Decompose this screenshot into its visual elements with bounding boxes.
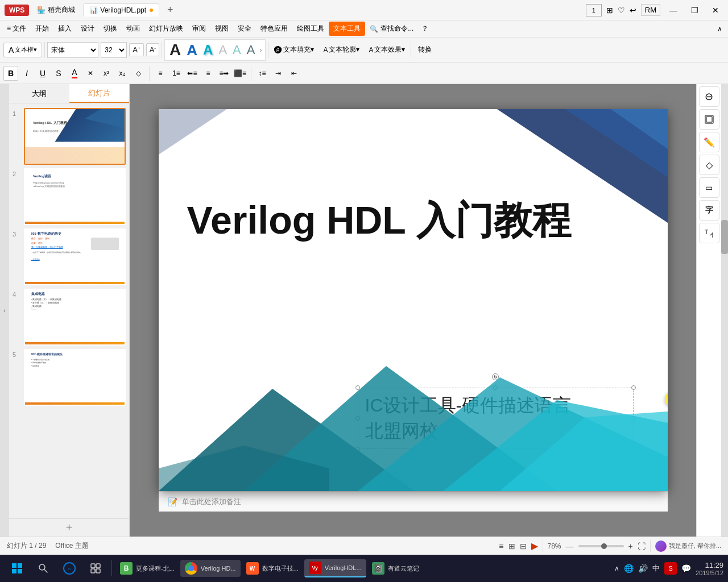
maximize-btn[interactable]: ❐ — [686, 5, 703, 16]
menu-collapse[interactable]: ∧ — [714, 23, 726, 35]
view-icon-btn[interactable]: ⊞ — [508, 542, 515, 551]
bullet-list-btn[interactable]: ≡ — [153, 66, 168, 81]
slide-item-5[interactable]: 5 002-硬件描述语言的诞生 • 一种像程序设计语言的• 用来描述数字电路• … — [13, 349, 126, 406]
font-size-select[interactable]: 32 — [101, 42, 127, 58]
rt-char-btn[interactable]: 字 — [699, 200, 719, 221]
slide-thumb-1[interactable]: Verilog HDL 入门教程 IC设计工具-硬件描述语言 — [24, 108, 126, 165]
menu-security[interactable]: 安全 — [233, 22, 256, 36]
taskbar-taskview-icon[interactable] — [83, 556, 108, 581]
view-list-btn[interactable]: ≡ — [499, 542, 503, 551]
align-right-btn[interactable]: ≡➡ — [217, 66, 231, 81]
underline-btn[interactable]: U — [35, 66, 50, 81]
rt-layers-btn[interactable] — [699, 109, 719, 130]
menu-review[interactable]: 审阅 — [188, 22, 210, 36]
tray-antivirus-icon[interactable]: S — [664, 562, 677, 575]
doc-tab[interactable]: 📊 VerilogHDL.ppt — [83, 3, 159, 16]
font-shrink-btn[interactable]: A- — [146, 43, 159, 56]
align-center-btn[interactable]: ≡ — [201, 66, 216, 81]
text-styles-scroll-right[interactable]: › — [258, 46, 263, 54]
line-spacing-btn[interactable]: ↕≡ — [255, 66, 270, 81]
rt-transform-btn[interactable]: T — [699, 223, 719, 243]
justify-btn[interactable]: ⬛≡ — [233, 66, 247, 81]
minimize-btn[interactable]: — — [665, 5, 682, 16]
text-effect-btn[interactable]: A 文本效果▾ — [365, 43, 408, 56]
zoom-slider[interactable] — [578, 545, 624, 547]
font-grow-btn[interactable]: A+ — [129, 43, 143, 56]
v-scrollbar[interactable] — [721, 84, 728, 537]
menu-text-tools[interactable]: 文本工具 — [329, 22, 365, 36]
tab-outline[interactable]: 大纲 — [9, 84, 69, 103]
view-split-btn[interactable]: ⊟ — [520, 542, 527, 551]
menu-design[interactable]: 设计 — [76, 22, 99, 36]
superscript-btn[interactable]: x² — [99, 66, 114, 81]
topbar-icon2[interactable]: ♡ — [618, 6, 625, 15]
wps-logo-btn[interactable]: WPS — [5, 5, 29, 16]
rt-shape-btn[interactable]: ◇ — [699, 155, 719, 175]
rt-minus-btn[interactable]: ⊖ — [699, 86, 719, 107]
tray-time-date[interactable]: 11:29 2019/5/12 — [696, 561, 723, 576]
assistant-btn[interactable]: 我是墨仔, 帮你排... — [655, 541, 721, 552]
topbar-icon3[interactable]: ↩ — [630, 6, 636, 15]
start-button[interactable] — [5, 556, 30, 581]
strikethrough-btn[interactable]: S — [51, 66, 66, 81]
tray-lang[interactable]: 中 — [652, 563, 660, 573]
bold-btn[interactable]: B — [3, 66, 18, 81]
zoom-minus-btn[interactable]: — — [566, 542, 574, 551]
fullscreen-btn[interactable]: ⛶ — [638, 542, 646, 551]
taskbar-app-3[interactable]: W 数字电子技... — [242, 560, 303, 577]
text-style-dark[interactable]: A — [245, 44, 258, 56]
store-tab[interactable]: 🏪 稻壳商城 — [31, 3, 81, 17]
menu-search[interactable]: 🔍查找命令... — [365, 22, 418, 36]
outdent-btn[interactable]: ⇤ — [287, 66, 301, 81]
tray-arrow-icon[interactable]: ∧ — [614, 564, 619, 572]
text-style-bold-black[interactable]: A — [167, 42, 183, 58]
menu-transition[interactable]: 切换 — [99, 22, 122, 36]
rt-crop-btn[interactable]: ▭ — [699, 177, 719, 198]
rt-edit-btn[interactable]: ✏️ — [699, 132, 719, 152]
menu-file[interactable]: ≡ 文件 — [2, 22, 31, 36]
taskbar-search-icon[interactable] — [31, 556, 56, 581]
font-color-btn[interactable]: A — [67, 66, 82, 81]
zoom-plus-btn[interactable]: + — [628, 542, 633, 551]
add-slide-btn[interactable]: + — [9, 518, 129, 537]
indent-btn[interactable]: ⇥ — [271, 66, 286, 81]
tray-notification-icon[interactable]: 💬 — [681, 564, 691, 573]
slide-thumb-5[interactable]: 002-硬件描述语言的诞生 • 一种像程序设计语言的• 用来描述数字电路• 初期… — [24, 349, 126, 406]
slide-thumb-3[interactable]: 001-数字电路的历史 数字、运行、进制 运算、进位 第一台集成电路：为入门了电… — [24, 228, 126, 285]
tab-slides[interactable]: 幻灯片 — [69, 84, 130, 103]
textbox-btn[interactable]: A 文本框▾ — [3, 43, 42, 57]
align-left-btn[interactable]: ⬅≡ — [185, 66, 200, 81]
menu-draw-tools[interactable]: 绘图工具 — [292, 22, 329, 36]
note-area[interactable]: 📝 单击此处添加备注 — [159, 491, 668, 512]
slide-thumb-4[interactable]: 集成电路 • 集成电路（IC）：就集成电路• 多分量（IC）：就集成电路• 集成… — [24, 289, 126, 346]
font-select[interactable]: 宋体 — [47, 42, 98, 58]
menu-help[interactable]: ？ — [418, 22, 432, 36]
menu-insert[interactable]: 插入 — [53, 22, 76, 36]
topbar-icon1[interactable]: ⊞ — [606, 6, 613, 15]
close-btn[interactable]: ✕ — [708, 5, 723, 16]
taskbar-app-4[interactable]: Vy VerilogHDL... — [304, 559, 366, 577]
menu-view[interactable]: 视图 — [210, 22, 233, 36]
text-style-bold-cyan[interactable]: A — [201, 43, 215, 57]
text-fill-btn[interactable]: 🅐 文本填充▾ — [271, 43, 317, 56]
taskbar-cortana-icon[interactable]: ○ — [57, 556, 82, 581]
slide-item-2[interactable]: 2 Verilog读音 •http://dldx.youku.com/xinc/… — [13, 168, 126, 225]
menu-animation[interactable]: 动画 — [122, 22, 144, 36]
tray-network-icon[interactable]: 🌐 — [624, 564, 634, 573]
italic-btn[interactable]: I — [19, 66, 34, 81]
panel-collapse-btn[interactable]: ‹ — [0, 84, 9, 537]
slide-item-3[interactable]: 3 001-数字电路的历史 数字、运行、进制 运算、进位 第一台集成电路：为入门… — [13, 228, 126, 285]
text-style-bold-blue[interactable]: A — [184, 43, 200, 57]
slide-item-1[interactable]: 1 Verilog HDL 入门教程 IC设计工具-硬件描述语言 — [13, 108, 126, 165]
menu-slideshow[interactable]: 幻灯片放映 — [144, 22, 188, 36]
slideshow-btn[interactable]: ▶ — [531, 541, 538, 551]
text-style-teal[interactable]: A — [230, 44, 243, 56]
menu-home[interactable]: 开始 — [31, 22, 53, 36]
numbered-list-btn[interactable]: 1≡ — [169, 66, 184, 81]
taskbar-app-5[interactable]: 📓 有道云笔记 — [367, 560, 424, 577]
slide-item-4[interactable]: 4 集成电路 • 集成电路（IC）：就集成电路• 多分量（IC）：就集成电路• … — [13, 289, 126, 346]
taskbar-app-1[interactable]: B 更多课程-北... — [115, 560, 179, 577]
text-outline-btn[interactable]: A 文本轮廓▾ — [320, 43, 363, 56]
special-char-btn[interactable]: ◇ — [131, 66, 146, 81]
slide-canvas[interactable]: Verilog HDL 入门教程 ↻ — [159, 109, 668, 491]
